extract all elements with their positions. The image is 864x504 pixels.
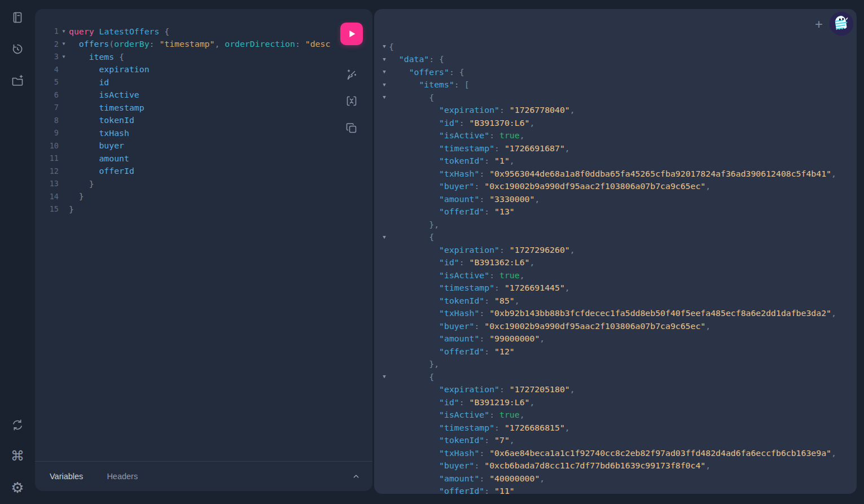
line-number: 3 bbox=[44, 52, 59, 61]
code-text: "expiration": "1727296260", bbox=[389, 245, 575, 255]
graphql-playground: { "colors": { "page_bg": "#1a2230", "edi… bbox=[0, 0, 864, 504]
line-number: 5 bbox=[44, 77, 59, 86]
query-line: 5 id bbox=[44, 76, 372, 89]
code-text: "timestamp": "1726691445", bbox=[389, 283, 570, 292]
response-line: "txHash": "0x6ae84beca1a1c1f92740cc8c2eb… bbox=[380, 446, 857, 459]
response-line: "txHash": "0x9563044de68a1a8f0ddba65fa45… bbox=[380, 167, 857, 180]
docs-icon[interactable] bbox=[10, 10, 25, 25]
query-line: 7 timestamp bbox=[44, 101, 372, 114]
query-line: 6 isActive bbox=[44, 89, 372, 102]
code-text: "offerId": "13" bbox=[389, 207, 515, 216]
code-text: isActive bbox=[69, 90, 139, 99]
editor-footer: Variables Headers bbox=[35, 461, 372, 491]
fold-toggle-icon[interactable]: ▼ bbox=[380, 94, 389, 100]
query-line: 4 expiration bbox=[44, 63, 372, 76]
code-text: txHash bbox=[69, 128, 129, 138]
refetch-schema-icon[interactable] bbox=[10, 418, 25, 432]
new-tab-button[interactable]: + bbox=[811, 16, 827, 32]
line-number: 4 bbox=[44, 65, 59, 74]
code-text: "expiration": "1726778040", bbox=[389, 105, 575, 115]
response-line: ▼ "data": { bbox=[380, 53, 857, 66]
code-text: buyer bbox=[69, 141, 124, 150]
response-line: ▼ { bbox=[380, 91, 857, 104]
fold-toggle-icon[interactable]: ▼ bbox=[380, 43, 389, 49]
response-line: "amount": "40000000", bbox=[380, 472, 857, 485]
query-line: 11 amount bbox=[44, 152, 372, 165]
response-line: "offerId": "13" bbox=[380, 205, 857, 218]
line-number: 2 bbox=[44, 40, 59, 49]
code-text: amount bbox=[69, 154, 129, 163]
fold-toggle-icon[interactable]: ▼ bbox=[380, 56, 389, 62]
code-text: }, bbox=[389, 359, 439, 369]
tab-headers[interactable]: Headers bbox=[107, 472, 138, 481]
sidebar: ⌘ ⚙ bbox=[0, 0, 34, 504]
code-text: expiration bbox=[69, 64, 150, 74]
settings-icon[interactable]: ⚙ bbox=[10, 480, 25, 495]
code-text: "offerId": "11" bbox=[389, 486, 515, 494]
query-line: 3▼ items { bbox=[44, 50, 372, 63]
code-text: "tokenId": "85", bbox=[389, 296, 520, 305]
fold-toggle-icon[interactable]: ▼ bbox=[380, 374, 389, 379]
response-line: "amount": "3330000", bbox=[380, 192, 857, 205]
line-number: 6 bbox=[44, 90, 59, 99]
prettify-icon[interactable] bbox=[345, 68, 358, 81]
line-number: 10 bbox=[44, 141, 59, 150]
code-text: tokenId bbox=[69, 115, 134, 125]
code-text: "offers": { bbox=[389, 67, 464, 77]
code-text: "tokenId": "1", bbox=[389, 156, 515, 165]
fold-toggle-icon[interactable]: ▼ bbox=[59, 54, 69, 59]
response-line: "timestamp": "1726686815", bbox=[380, 421, 857, 434]
code-text: { bbox=[389, 42, 394, 51]
response-line: ▼ "offers": { bbox=[380, 65, 857, 78]
merge-fragments-icon[interactable] bbox=[345, 94, 358, 108]
code-text: "timestamp": "1726686815", bbox=[389, 423, 570, 432]
response-line: "offerId": "11" bbox=[380, 485, 857, 494]
query-editor-panel: 1▼query LatestOffers {2▼ offers(orderBy:… bbox=[35, 9, 372, 491]
line-number: 13 bbox=[44, 179, 59, 188]
fold-toggle-icon[interactable]: ▼ bbox=[380, 82, 389, 87]
code-text: "id": "B391219:L6", bbox=[389, 397, 534, 407]
collections-icon[interactable] bbox=[10, 73, 25, 88]
response-line: "isActive": true, bbox=[380, 269, 857, 282]
response-line: ▼ "items": [ bbox=[380, 78, 857, 91]
copy-query-icon[interactable] bbox=[345, 121, 358, 135]
run-query-button[interactable] bbox=[340, 23, 363, 45]
response-viewer: ▼{▼ "data": {▼ "offers": {▼ "items": [▼ … bbox=[374, 9, 857, 494]
code-text: "id": "B391362:L6", bbox=[389, 257, 534, 267]
query-line: 14 } bbox=[44, 190, 372, 203]
chevron-up-icon[interactable] bbox=[351, 471, 361, 481]
line-number: 9 bbox=[44, 128, 59, 137]
response-line: "tokenId": "1", bbox=[380, 155, 857, 168]
play-icon bbox=[345, 28, 358, 40]
code-text: id bbox=[69, 77, 109, 87]
line-number: 12 bbox=[44, 166, 59, 176]
response-line: "expiration": "1727205180", bbox=[380, 383, 857, 396]
fold-toggle-icon[interactable]: ▼ bbox=[59, 41, 69, 46]
response-line: "expiration": "1726778040", bbox=[380, 104, 857, 117]
code-text: "tokenId": "7", bbox=[389, 435, 515, 445]
response-line: "amount": "99000000", bbox=[380, 332, 857, 345]
response-panel: ▼{▼ "data": {▼ "offers": {▼ "items": [▼ … bbox=[374, 9, 857, 494]
response-line: }, bbox=[380, 218, 857, 231]
keyboard-shortcuts-icon[interactable]: ⌘ bbox=[10, 449, 25, 463]
plus-icon: + bbox=[815, 16, 823, 32]
tab-variables[interactable]: Variables bbox=[50, 472, 83, 481]
response-line: ▼ { bbox=[380, 231, 857, 244]
fold-toggle-icon[interactable]: ▼ bbox=[59, 29, 69, 34]
code-text: { bbox=[389, 232, 434, 242]
code-text: }, bbox=[389, 220, 439, 229]
code-text: "isActive": true, bbox=[389, 410, 525, 419]
line-number: 8 bbox=[44, 116, 59, 125]
query-line: 13 } bbox=[44, 177, 372, 190]
code-text: "txHash": "0xb92b143bb88b3fcfdecec1fa5dd… bbox=[389, 308, 836, 318]
fold-toggle-icon[interactable]: ▼ bbox=[380, 69, 389, 74]
response-line: "offerId": "12" bbox=[380, 345, 857, 358]
query-line: 10 buyer bbox=[44, 139, 372, 152]
fold-toggle-icon[interactable]: ▼ bbox=[380, 234, 389, 240]
code-text: "amount": "40000000", bbox=[389, 474, 545, 483]
history-icon[interactable] bbox=[10, 42, 25, 56]
response-line: "tokenId": "85", bbox=[380, 294, 857, 307]
avatar[interactable] bbox=[830, 12, 853, 36]
code-text: } bbox=[69, 204, 74, 214]
query-editor[interactable]: 1▼query LatestOffers {2▼ offers(orderBy:… bbox=[35, 9, 372, 461]
